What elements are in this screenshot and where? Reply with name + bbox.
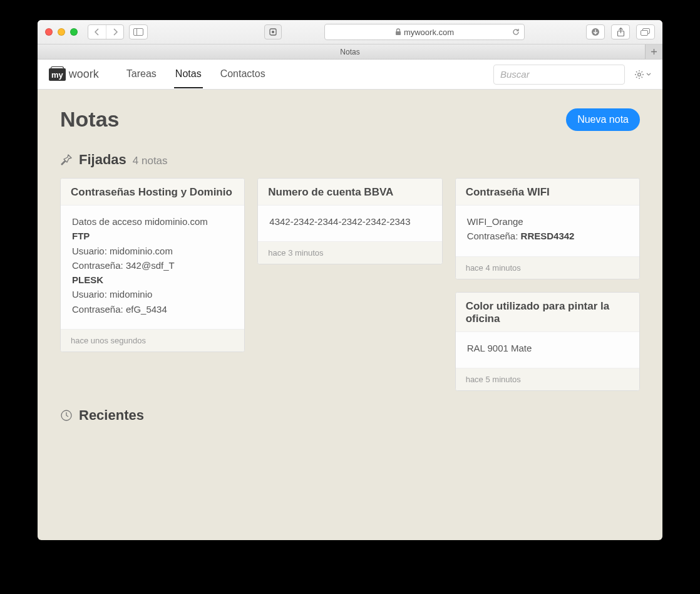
pinned-count: 4 notas (133, 155, 168, 167)
logo-box: my (49, 68, 66, 81)
note-line: Datos de acceso midominio.com (72, 214, 233, 229)
svg-rect-0 (134, 29, 143, 36)
chevron-right-icon (113, 28, 118, 36)
note-line: Usuario: midominio.com (72, 244, 233, 258)
note-line: Contraseña: efG_5434 (72, 302, 233, 316)
browser-window: mywoork.com Notas (38, 20, 662, 540)
note-title: Numero de cuenta BBVA (258, 179, 441, 206)
note-title: Contraseñas Hosting y Dominio (61, 179, 244, 206)
pinned-section-header: Fijadas 4 notas (60, 152, 640, 168)
svg-point-3 (272, 31, 274, 33)
clock-icon (60, 409, 73, 422)
share-icon (617, 28, 625, 37)
new-tab-button[interactable] (645, 44, 662, 59)
share-button[interactable] (611, 24, 630, 39)
note-timestamp: hace unos segundos (61, 329, 244, 352)
note-line: PLESK (72, 273, 233, 287)
download-icon (591, 28, 600, 36)
sidebar-toggle-button[interactable] (129, 24, 148, 39)
nav-back-forward-group (88, 24, 124, 39)
window-minimize-button[interactable] (58, 28, 65, 36)
page-content: Notas Nueva nota Fijadas 4 notas Contras… (38, 90, 662, 451)
chrome-toolbar: mywoork.com (38, 20, 662, 44)
new-note-button[interactable]: Nueva nota (566, 108, 640, 131)
recent-section-title: Recientes (79, 407, 144, 424)
note-card[interactable]: Color utilizado para pintar la oficina R… (455, 292, 640, 391)
note-line: Contraseña: 342@sdf_T (72, 258, 233, 273)
note-timestamp: hace 3 minutos (258, 241, 441, 264)
reload-icon (512, 28, 520, 36)
note-title: Contraseña WIFI (456, 179, 639, 206)
window-fullscreen-button[interactable] (70, 28, 78, 36)
nav-link-tareas[interactable]: Tareas (125, 61, 158, 88)
downloads-button[interactable] (586, 24, 605, 39)
pin-icon (60, 154, 73, 166)
nav-link-contactos[interactable]: Contactos (219, 61, 267, 88)
note-body: Datos de acceso midominio.com FTP Usuari… (61, 206, 244, 329)
tab-bar: Notas (38, 44, 662, 59)
shield-icon (269, 28, 277, 36)
note-timestamp: hace 4 minutos (456, 256, 639, 279)
note-timestamp: hace 5 minutos (456, 368, 639, 390)
logo[interactable]: my woork (49, 68, 99, 81)
chevron-left-icon (95, 28, 100, 36)
note-line: FTP (72, 229, 233, 243)
privacy-report-button[interactable] (264, 24, 282, 39)
note-body: 4342-2342-2344-2342-2342-2343 (258, 206, 441, 241)
window-close-button[interactable] (45, 28, 53, 36)
note-line: Contraseña: RRESD4342 (467, 229, 628, 243)
page-title: Notas (60, 107, 119, 132)
logo-text: woork (69, 68, 99, 81)
note-card[interactable]: Numero de cuenta BBVA 4342-2342-2344-234… (257, 178, 442, 264)
traffic-lights (45, 28, 78, 36)
nav-links: Tareas Notas Contactos (125, 61, 267, 88)
note-body: WIFI_Orange Contraseña: RRESD4342 (456, 206, 639, 256)
page-header: Notas Nueva nota (60, 107, 640, 132)
note-title: Color utilizado para pintar la oficina (456, 293, 639, 332)
svg-point-9 (638, 73, 641, 76)
reload-button[interactable] (512, 28, 520, 36)
forward-button[interactable] (106, 25, 123, 39)
chrome-right-buttons (586, 24, 655, 39)
tabs-button[interactable] (636, 24, 655, 39)
url-text: mywoork.com (404, 28, 454, 37)
pinned-notes-grid: Contraseñas Hosting y Dominio Datos de a… (60, 178, 640, 391)
gear-icon (634, 69, 645, 80)
note-line: RAL 9001 Mate (467, 341, 628, 355)
lock-icon (395, 28, 401, 36)
svg-rect-4 (396, 31, 401, 35)
url-bar[interactable]: mywoork.com (324, 24, 525, 40)
nav-right (493, 65, 651, 85)
nav-link-notas[interactable]: Notas (174, 61, 203, 88)
pinned-section-title: Fijadas (79, 152, 126, 168)
svg-rect-8 (641, 30, 648, 35)
note-line: WIFI_Orange (467, 214, 628, 229)
chevron-down-icon (646, 73, 651, 76)
note-body: RAL 9001 Mate (456, 332, 639, 368)
note-card[interactable]: Contraseña WIFI WIFI_Orange Contraseña: … (455, 178, 640, 279)
app-navbar: my woork Tareas Notas Contactos (38, 60, 662, 90)
plus-icon (651, 48, 657, 55)
note-line: 4342-2342-2344-2342-2342-2343 (269, 214, 430, 229)
tab-title[interactable]: Notas (340, 48, 359, 56)
browser-chrome: mywoork.com Notas (38, 20, 662, 60)
back-button[interactable] (88, 25, 106, 39)
recent-section-header: Recientes (60, 407, 640, 424)
note-card[interactable]: Contraseñas Hosting y Dominio Datos de a… (60, 178, 245, 352)
tabs-icon (641, 28, 651, 36)
settings-button[interactable] (634, 69, 651, 80)
note-line: Usuario: midominio (72, 287, 233, 301)
panel-icon (133, 28, 143, 36)
search-input[interactable] (493, 65, 625, 85)
